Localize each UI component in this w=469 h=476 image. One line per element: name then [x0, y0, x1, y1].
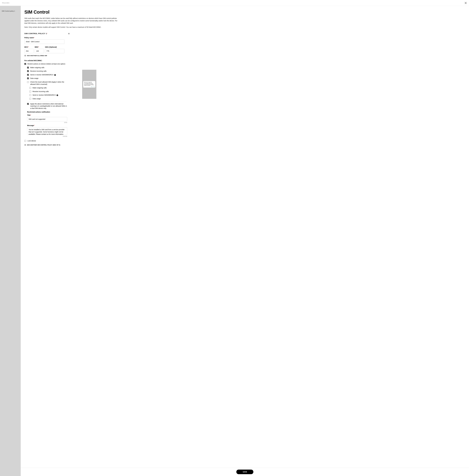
layout: SIM Control policy 1 SIM Control SIM car…	[0, 6, 469, 476]
notification-section: Restricted actions notification Title* 2…	[27, 111, 67, 137]
sidebar: SIM Control policy 1	[0, 6, 21, 476]
restrict-actions-label: Restrict actions on device (Select at le…	[28, 63, 65, 65]
main-content: SIM Control SIM cards that match the MCC…	[21, 6, 469, 476]
notif-msg-label: Message*	[27, 125, 67, 126]
outgoing-calls-label: Make outgoing calls	[30, 67, 44, 69]
sms-checkbox[interactable]	[27, 74, 29, 76]
gid-input[interactable]	[45, 49, 65, 53]
notif-msg-counter: 135/200	[27, 136, 67, 137]
restrict-checks: Restrict actions on device (Select at le…	[24, 63, 67, 137]
data-usage-label: Data usage	[30, 77, 38, 80]
restrict-actions-row: Restrict actions on device (Select at le…	[24, 63, 67, 65]
insert-data-checkbox[interactable]	[29, 98, 31, 100]
check-insert-checkbox[interactable]	[27, 81, 29, 83]
notif-title-input[interactable]	[27, 117, 67, 121]
sidebar-item-policy-1[interactable]: SIM Control policy 1	[0, 9, 21, 13]
mnc-input[interactable]	[35, 49, 44, 53]
gid-label: GID1 (Optional)	[45, 46, 65, 48]
phone-dialog-title: SIM card not supported	[84, 82, 94, 83]
add-policy-label: ADD ANOTHER SIM CONTROL POLICY (MAX OF 5…	[27, 144, 60, 146]
check-insert-label: Check the insert allowed SIM (Apply it w…	[30, 81, 67, 85]
mcc-input[interactable]	[24, 49, 34, 53]
intro-text-2: Note: Only certain device models will su…	[24, 26, 120, 28]
incoming-calls-checkbox[interactable]	[27, 70, 29, 72]
phone-preview: SIM card not supported You've installed …	[82, 70, 96, 99]
plus-circle-icon	[24, 144, 26, 146]
add-sim-label: ADD ANOTHER ALLOWED SIM	[27, 55, 47, 56]
lock-device-checkbox[interactable]	[24, 140, 26, 142]
restrict-actions-checkbox[interactable]	[24, 63, 26, 65]
mnc-label: MNC*	[35, 46, 44, 48]
add-policy-button[interactable]: ADD ANOTHER SIM CONTROL POLICY (MAX OF 5…	[24, 144, 465, 146]
insert-data-label: Data usage	[33, 98, 41, 100]
phone-dialog-msg: You've installed a SIM card from a servi…	[84, 83, 94, 86]
intro-text-1: SIM cards that match the MCC/MNC codes b…	[24, 17, 120, 24]
phone-ok-btn: OK	[94, 86, 95, 87]
incoming-calls-label: Receive incoming calls	[30, 70, 47, 72]
roaming-checkbox[interactable]	[27, 103, 29, 105]
phone-dialog: SIM card not supported You've installed …	[83, 81, 95, 87]
policy-section-title: SIM CONTROL POLICY 1	[24, 33, 47, 34]
notif-title-counter: 22/50	[27, 122, 67, 123]
notif-header: Restricted actions notification	[27, 111, 67, 113]
topbar-title: POLICIES	[2, 2, 9, 4]
notif-title-label: Title*	[27, 114, 67, 116]
policy-name-input[interactable]	[24, 39, 65, 44]
mcc-label: MCC*	[24, 46, 34, 48]
insert-sms-label: Send or receive SMS/MMS/RCS i	[33, 94, 58, 96]
phone-dialog-buttons: CALL OK	[84, 86, 94, 87]
insert-sms-checkbox[interactable]	[29, 94, 31, 96]
unlisted-header: For unlisted MCC/MNC:	[24, 60, 465, 62]
info-icon[interactable]: i	[54, 74, 56, 76]
data-usage-checkbox[interactable]	[27, 78, 29, 79]
page-title: SIM Control	[24, 10, 465, 15]
roaming-label: Apply the above restrictions when intern…	[30, 103, 67, 110]
insert-outgoing-checkbox[interactable]	[29, 87, 31, 89]
restrict-two-col: Restrict actions on device (Select at le…	[24, 63, 465, 137]
policy-section-header: SIM CONTROL POLICY 1*	[24, 33, 465, 34]
lock-device-row: Lock device	[24, 140, 465, 142]
outgoing-calls-checkbox[interactable]	[27, 67, 29, 68]
add-sim-button[interactable]: ADD ANOTHER ALLOWED SIM	[24, 55, 465, 56]
notif-msg-input[interactable]	[27, 127, 67, 135]
remove-policy-icon[interactable]	[68, 33, 70, 34]
footer: SAVE	[21, 468, 469, 476]
policy-name-label: Policy name*	[24, 37, 465, 39]
top-bar: POLICIES	[0, 0, 469, 6]
phone-call-btn: CALL	[91, 86, 93, 87]
lock-device-label: Lock device	[28, 140, 36, 142]
insert-incoming-label: Receive incoming calls	[33, 90, 49, 93]
sms-label: Send or receive SMS/MMS/RCS i	[30, 74, 56, 76]
insert-outgoing-label: Make outgoing calls	[33, 87, 47, 89]
divider	[27, 101, 67, 102]
save-button[interactable]: SAVE	[236, 470, 253, 474]
insert-incoming-checkbox[interactable]	[29, 91, 31, 92]
plus-circle-icon	[24, 55, 26, 56]
codes-row: MCC* MNC* GID1 (Optional)	[24, 46, 465, 53]
close-icon[interactable]	[464, 2, 467, 4]
info-icon[interactable]: i	[57, 94, 58, 96]
required-asterisk: *	[47, 33, 48, 34]
